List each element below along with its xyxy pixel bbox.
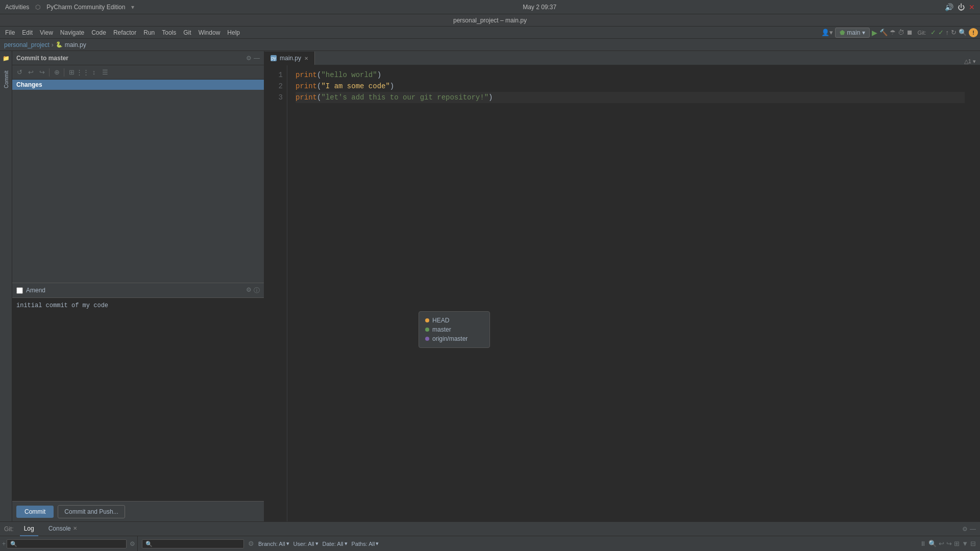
tooltip-origin-master: origin/master: [425, 334, 483, 343]
branch-filter[interactable]: Branch: All ▾: [258, 540, 289, 547]
amend-checkbox[interactable]: [16, 287, 23, 294]
undo-btn[interactable]: ↩: [26, 67, 36, 78]
line-num-3: 3: [264, 92, 287, 103]
git-tree-search-input[interactable]: [7, 539, 127, 548]
breadcrumb-project[interactable]: personal_project: [4, 41, 50, 48]
git-tree-settings-icon[interactable]: ⚙: [130, 540, 135, 547]
bottom-panel: Git: Log Console ✕ ⚙ — + ⚙ ▾ HEAD (Curre…: [0, 521, 980, 551]
menu-navigate[interactable]: Navigate: [57, 28, 87, 37]
git-up-icon[interactable]: ↑: [946, 29, 949, 36]
date-filter[interactable]: Date: All ▾: [323, 540, 348, 547]
minimize-icon[interactable]: —: [254, 55, 260, 62]
main-layout: 📁 Commit Commit to master ⚙ — ↺ ↩ ↪ ⊕ ⊞ …: [0, 51, 980, 521]
log-layout-icon[interactable]: ⊟: [970, 540, 976, 547]
menu-code[interactable]: Code: [88, 28, 109, 37]
top-bar: Activities ⬡ PyCharm Community Edition ▾…: [0, 0, 980, 14]
tooltip-master: master: [425, 325, 483, 334]
git-log-search-input[interactable]: [142, 539, 244, 548]
git-log-toolbar: ⚙ Branch: All ▾ User: All ▾ Date: All ▾ …: [138, 536, 980, 551]
commit-button[interactable]: Commit: [16, 506, 54, 518]
git-close-icon[interactable]: —: [970, 525, 976, 533]
sort-btn[interactable]: ↕: [89, 67, 99, 78]
log-undo-icon[interactable]: ↩: [939, 540, 944, 547]
commit-tooltip: HEAD master origin/master: [419, 311, 490, 348]
line-num-2: 2: [264, 81, 287, 92]
menu-refactor[interactable]: Refactor: [110, 28, 139, 37]
user-filter[interactable]: User: All ▾: [293, 540, 318, 547]
commit-message-input[interactable]: initial commit of my code: [12, 298, 264, 501]
commit-toolbar: ↺ ↩ ↪ ⊕ ⊞ ⋮⋮ ↕ ☰: [12, 65, 264, 80]
menu-tools[interactable]: Tools: [159, 28, 179, 37]
origin-tooltip-dot: [425, 337, 429, 341]
power-icon[interactable]: ⏻: [958, 3, 965, 11]
diff-btn[interactable]: ⊞: [66, 67, 77, 78]
menu-run[interactable]: Run: [140, 28, 158, 37]
code-editor[interactable]: print("hello world") print("I am some co…: [287, 65, 973, 521]
tooltip-head: HEAD: [425, 316, 483, 325]
pause-icon[interactable]: ⏸: [920, 540, 926, 547]
git-tree-add-icon[interactable]: +: [2, 540, 6, 547]
breadcrumb-file[interactable]: main.py: [65, 41, 86, 48]
log-filter-icon[interactable]: ▼: [962, 540, 968, 547]
search-icon[interactable]: 🔍: [959, 29, 967, 36]
editor-area: py main.py ✕ △1 ▾ 1 2 3 print("hello wor…: [264, 51, 980, 521]
left-sidebar: 📁 Commit: [0, 51, 12, 521]
git-filter-icon[interactable]: ⚙: [248, 540, 254, 547]
git-tree: + ⚙ ▾ HEAD (Current Branch) ▾ Local mast…: [0, 536, 138, 551]
editor-counter: △1 ▾: [960, 58, 980, 65]
console-tab-close[interactable]: ✕: [73, 525, 77, 531]
tab-close-icon[interactable]: ✕: [304, 56, 308, 61]
changes-header[interactable]: Changes: [12, 80, 264, 90]
amend-row: Amend ⚙ ⓘ: [12, 283, 264, 298]
run-button[interactable]: ▶: [872, 29, 877, 37]
git-refresh-icon[interactable]: ↻: [951, 29, 957, 36]
profile-icon[interactable]: 👤▾: [821, 29, 833, 36]
git-tab-log[interactable]: Log: [20, 522, 38, 536]
menu-git[interactable]: Git: [180, 28, 194, 37]
git-log: ⚙ Branch: All ▾ User: All ▾ Date: All ▾ …: [138, 536, 980, 551]
close-icon[interactable]: ✕: [969, 3, 975, 11]
commit-push-button[interactable]: Commit and Push...: [58, 505, 125, 518]
menu-view[interactable]: View: [37, 28, 56, 37]
stop-icon[interactable]: ⏹: [906, 29, 913, 36]
project-icon[interactable]: 📁: [1, 53, 11, 63]
app-label[interactable]: PyCharm Community Edition: [46, 4, 125, 11]
code-line-3: print("let's add this to our git reposit…: [296, 92, 965, 103]
commit-message-area[interactable]: initial commit of my code: [12, 298, 264, 501]
expand-btn[interactable]: ⊕: [52, 67, 62, 78]
profile-run-icon[interactable]: ⏱: [898, 29, 904, 36]
line-numbers: 1 2 3: [264, 65, 287, 521]
menu-help[interactable]: Help: [224, 28, 243, 37]
redo-btn[interactable]: ↪: [37, 67, 47, 78]
layout-btn[interactable]: ⋮⋮: [78, 67, 88, 78]
git-check-icon[interactable]: ✓: [930, 29, 936, 36]
refresh-btn[interactable]: ↺: [14, 67, 24, 78]
volume-icon[interactable]: 🔊: [945, 3, 953, 11]
log-search-icon[interactable]: 🔍: [928, 540, 937, 547]
commit-buttons: Commit Commit and Push...: [12, 501, 264, 521]
git-tab-console[interactable]: Console ✕: [44, 522, 81, 536]
log-redo-icon[interactable]: ↪: [946, 540, 952, 547]
menu-edit[interactable]: Edit: [19, 28, 36, 37]
build-icon[interactable]: 🔨: [879, 29, 888, 36]
filter-btn[interactable]: ☰: [100, 67, 110, 78]
menu-file[interactable]: File: [2, 28, 18, 37]
editor-tab-main[interactable]: py main.py ✕: [264, 52, 315, 65]
datetime-label: May 2 09:37: [523, 4, 556, 11]
amend-settings-icon[interactable]: ⚙: [246, 286, 252, 295]
git-check2-icon[interactable]: ✓: [938, 29, 944, 36]
amend-info-icon[interactable]: ⓘ: [254, 286, 260, 295]
settings-icon[interactable]: ⚙: [246, 55, 252, 62]
branch-selector[interactable]: ⬟ main ▾: [835, 28, 870, 38]
activities-label[interactable]: Activities: [5, 4, 29, 11]
log-columns-icon[interactable]: ⊞: [954, 540, 960, 547]
sep1: [49, 68, 50, 77]
commit-icon[interactable]: Commit: [1, 64, 11, 95]
notifications-icon[interactable]: !: [969, 28, 978, 37]
menu-window[interactable]: Window: [195, 28, 224, 37]
git-settings-icon[interactable]: ⚙: [962, 525, 968, 533]
coverage-icon[interactable]: ☂: [890, 29, 896, 36]
head-dot: [425, 318, 429, 322]
paths-filter[interactable]: Paths: All ▾: [352, 540, 379, 547]
git-content: + ⚙ ▾ HEAD (Current Branch) ▾ Local mast…: [0, 536, 980, 551]
